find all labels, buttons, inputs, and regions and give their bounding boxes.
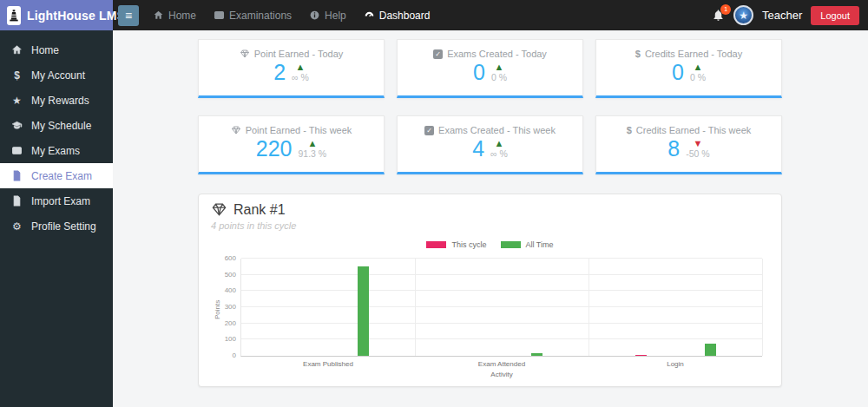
navbar-menu: Home Examinations Help Dashboard (153, 10, 430, 22)
x-axis-tick: Exam Attended (415, 360, 589, 368)
gem-icon (231, 125, 241, 135)
trend-percent: 0 % (690, 73, 706, 82)
legend-item-this-cycle[interactable]: This cycle (426, 240, 486, 249)
bar-this-cycle (635, 355, 647, 356)
rank-bar-chart: Points Activity 0100200300400500600Exam … (211, 253, 769, 384)
gem-icon (211, 201, 227, 218)
logout-button[interactable]: Logout (811, 6, 859, 25)
lighthouse-logo-icon (7, 6, 21, 25)
x-axis-tick: Login (589, 360, 762, 368)
gem-icon (240, 49, 250, 59)
bar-all-time (358, 266, 369, 356)
sidebar-item-label: Import Exam (31, 195, 90, 207)
sidebar-item-import-exam[interactable]: Import Exam (0, 188, 113, 213)
sidebar-item-label: My Exams (31, 145, 80, 157)
brand: LightHouse LMS (0, 0, 113, 30)
sidebar-item-label: My Rewards (31, 95, 89, 107)
trend-percent: ∞ % (292, 73, 309, 82)
nav-item-label: Home (168, 10, 196, 22)
check-square-icon: ✓ (424, 126, 434, 135)
dashboard-icon (364, 10, 375, 21)
brand-title: LightHouse LMS (27, 9, 125, 23)
bar-all-time (531, 353, 542, 356)
user-name: Teacher (762, 9, 802, 22)
sidebar-item-label: My Schedule (31, 120, 91, 132)
trend-up-icon: ▲ (296, 62, 306, 72)
sidebar-item-my-schedule[interactable]: My Schedule (0, 113, 113, 138)
y-axis-tick: 600 (214, 254, 236, 262)
stat-card-points-today: Point Earned - Today 2 ▲∞ % (198, 39, 385, 98)
notification-badge: 1 (720, 4, 731, 15)
nav-item-home[interactable]: Home (153, 10, 196, 22)
stat-value: 4 (472, 138, 484, 160)
trend-up-icon: ▲ (694, 62, 703, 72)
chart-legend: This cycle All Time (211, 240, 769, 249)
stat-value: 0 (473, 62, 485, 83)
sidebar-toggle-button[interactable]: ≡ (118, 5, 139, 26)
chart-plot: Activity 0100200300400500600Exam Publish… (240, 259, 762, 357)
sidebar-item-home[interactable]: Home (0, 37, 113, 62)
nav-item-label: Help (325, 10, 346, 22)
bar-all-time (705, 344, 716, 356)
stat-card-title: ✓ Exams Created - Today (398, 49, 582, 59)
nav-item-examinations[interactable]: Examinations (214, 10, 292, 22)
stat-card-exams-week: ✓ Exams Created - This week 4 ▲∞ % (397, 115, 583, 174)
stat-card-title: ✓ Exams Created - This week (398, 125, 582, 135)
notifications-button[interactable]: 1 (712, 9, 725, 22)
home-icon (10, 44, 23, 56)
stat-value: 2 (273, 62, 286, 83)
stat-value: 220 (256, 138, 293, 160)
y-axis-tick: 300 (214, 303, 236, 311)
trend-percent: -50 % (686, 149, 709, 159)
legend-swatch (501, 241, 521, 248)
stat-card-title: $ Credits Earned - This week (596, 125, 781, 135)
gear-icon: ⚙ (10, 220, 23, 233)
dollar-icon: $ (635, 49, 641, 59)
rank-card: Rank #1 4 points in this cycle This cycl… (198, 194, 782, 387)
file-import-icon (10, 195, 23, 207)
dollar-icon: $ (627, 125, 632, 135)
stat-card-title: Point Earned - This week (199, 125, 384, 135)
sidebar-item-my-rewards[interactable]: ★ My Rewards (0, 88, 113, 113)
sidebar-item-profile-setting[interactable]: ⚙ Profile Setting (0, 213, 113, 239)
x-axis-label: Activity (241, 371, 762, 378)
rank-title: Rank #1 (211, 201, 769, 218)
trend-percent: 91.3 % (299, 149, 327, 159)
dollar-icon: $ (10, 69, 23, 82)
x-axis-tick: Exam Published (241, 360, 415, 368)
home-icon (153, 10, 164, 21)
nav-item-label: Dashboard (379, 10, 431, 22)
sidebar-item-label: Home (31, 44, 59, 56)
nav-item-dashboard[interactable]: Dashboard (364, 10, 431, 22)
id-card-icon (10, 145, 23, 156)
examinations-icon (214, 10, 225, 21)
sidebar-item-label: Create Exam (31, 170, 92, 182)
y-axis-tick: 400 (214, 286, 236, 294)
trend-up-icon: ▲ (495, 139, 504, 148)
y-axis-tick: 500 (214, 271, 236, 279)
sidebar: Home $ My Account ★ My Rewards My Schedu… (0, 30, 113, 407)
user-avatar[interactable]: ★ (733, 5, 753, 25)
trend-up-icon: ▲ (495, 62, 504, 72)
check-square-icon: ✓ (433, 49, 443, 59)
nav-item-help[interactable]: Help (309, 10, 346, 22)
file-icon (10, 170, 23, 181)
stat-card-credits-week: $ Credits Earned - This week 8 ▼-50 % (595, 115, 782, 174)
sidebar-item-label: Profile Setting (31, 220, 96, 233)
sidebar-item-my-account[interactable]: $ My Account (0, 62, 113, 88)
sidebar-item-create-exam[interactable]: Create Exam (0, 163, 113, 188)
top-navbar: LightHouse LMS ≡ Home Examinations Help … (0, 0, 868, 30)
navbar-right: 1 ★ Teacher Logout (712, 5, 868, 25)
legend-item-all-time[interactable]: All Time (501, 240, 554, 249)
stat-cards-grid: Point Earned - Today 2 ▲∞ % ✓ Exams Crea… (198, 39, 782, 174)
stat-card-credits-today: $ Credits Earned - Today 0 ▲0 % (595, 39, 782, 98)
legend-swatch (426, 241, 446, 248)
y-axis-tick: 100 (214, 335, 236, 343)
sidebar-item-my-exams[interactable]: My Exams (0, 138, 113, 163)
stat-card-exams-today: ✓ Exams Created - Today 0 ▲0 % (397, 39, 583, 98)
stat-value: 0 (672, 62, 684, 83)
y-axis-tick: 200 (214, 319, 236, 327)
stat-card-title: $ Credits Earned - Today (596, 49, 781, 59)
nav-item-label: Examinations (229, 10, 292, 22)
help-icon (309, 10, 320, 21)
